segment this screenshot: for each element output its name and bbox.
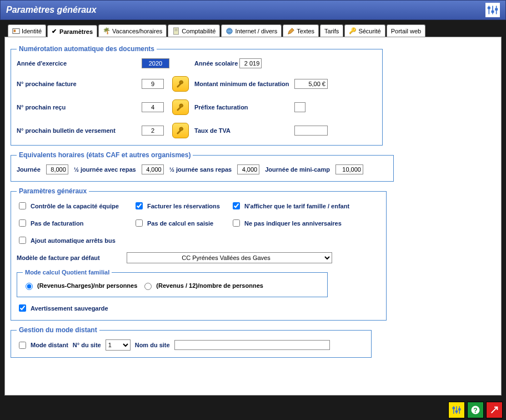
- globe-icon: [226, 27, 233, 35]
- journee-label: Journée: [17, 166, 41, 173]
- fieldset-distant: Gestion du mode distant Mode distant N° …: [11, 326, 372, 358]
- tva-label: Taux de TVA: [194, 127, 294, 134]
- svg-rect-5: [495, 9, 497, 11]
- modele-facture-label: Modèle de facture par défaut: [17, 254, 122, 261]
- svg-rect-4: [492, 11, 493, 13]
- radio-qf-2[interactable]: (Revenus / 12)/nombre de personnes: [142, 281, 263, 290]
- check-pas-anniv[interactable]: Ne pas indiquer les anniversaires: [231, 218, 380, 228]
- annee-scolaire-label: Année scolaire: [194, 58, 294, 68]
- svg-rect-17: [459, 409, 460, 410]
- demi-repas-input[interactable]: [142, 164, 164, 174]
- key-button-bulletin[interactable]: [172, 123, 189, 138]
- main-panel: Numérotation automatique des documents A…: [4, 37, 502, 396]
- tab-vacances[interactable]: 🌴 Vacances/horaires: [98, 24, 167, 37]
- check-controle-capacite[interactable]: Contrôle de la capacité équipe: [17, 201, 133, 211]
- montant-min-input[interactable]: [294, 79, 328, 89]
- journee-input[interactable]: [46, 164, 68, 174]
- demi-repas-label: ½ journée avec repas: [74, 166, 136, 173]
- minicamp-input[interactable]: [335, 164, 363, 174]
- svg-text:?: ?: [473, 407, 477, 414]
- tab-internet[interactable]: Internet / divers: [221, 24, 282, 37]
- nom-site-input[interactable]: [174, 340, 330, 350]
- svg-point-11: [227, 28, 233, 34]
- annee-exercice-label: Année d'exercice: [17, 60, 142, 67]
- tab-comptabilite[interactable]: Comptabilité: [168, 24, 220, 37]
- fieldset-qf: Mode calcul Quotient familial (Revenus-C…: [17, 269, 328, 297]
- id-card-icon: [12, 27, 20, 35]
- svg-rect-16: [456, 411, 458, 412]
- tab-portail[interactable]: Portail web: [387, 24, 425, 37]
- annee-exercice-input[interactable]: [142, 58, 169, 68]
- pencil-icon: [287, 27, 295, 35]
- annee-scolaire-input[interactable]: [239, 58, 262, 68]
- montant-min-label: Montant minimum de facturation: [194, 81, 294, 87]
- prochain-bulletin-input[interactable]: [142, 126, 164, 136]
- tab-identite[interactable]: Identité: [8, 24, 46, 37]
- prochain-bulletin-label: N° prochain bulletin de versement: [17, 127, 142, 134]
- arrow-out-icon: [490, 406, 499, 414]
- prefixe-label: Préfixe facturation: [194, 104, 294, 111]
- tab-securite[interactable]: 🔑 Sécurité: [344, 24, 385, 37]
- sliders-icon: [452, 405, 462, 415]
- svg-rect-3: [488, 7, 490, 9]
- svg-rect-7: [14, 29, 16, 32]
- check-pas-calcul[interactable]: Pas de calcul en saisie: [133, 218, 231, 228]
- prefixe-input[interactable]: [294, 102, 305, 112]
- check-pas-facturation[interactable]: Pas de facturation: [17, 218, 133, 228]
- tab-textes[interactable]: Textes: [283, 24, 319, 37]
- prochain-recu-label: N° prochain reçu: [17, 104, 142, 111]
- footer-button-sliders[interactable]: [448, 402, 465, 418]
- tab-bar: Identité ✔ Paramètres 🌴 Vacances/horaire…: [4, 24, 502, 37]
- fieldset-equivalents: Equivalents horaires (états CAF et autre…: [11, 151, 394, 182]
- legend-numerotation: Numérotation automatique des documents: [17, 45, 157, 53]
- fieldset-numerotation: Numérotation automatique des documents A…: [11, 45, 383, 146]
- settings-sliders-icon[interactable]: [485, 3, 500, 17]
- prochaine-facture-input[interactable]: [142, 79, 164, 89]
- palm-tree-icon: 🌴: [103, 27, 111, 34]
- svg-rect-8: [174, 27, 179, 34]
- check-icon: ✔: [52, 28, 57, 35]
- fieldset-parametres: Paramètres généraux Contrôle de la capac…: [11, 187, 387, 321]
- footer-button-exit[interactable]: [486, 402, 503, 418]
- svg-rect-15: [453, 408, 454, 409]
- tva-input[interactable]: [294, 126, 328, 136]
- radio-qf-1[interactable]: (Revenus-Charges)/nbr personnes: [23, 281, 137, 290]
- tab-tarifs[interactable]: Tarifs: [320, 24, 343, 37]
- window-title: Paramètres généraux: [6, 5, 97, 15]
- key-button-recu[interactable]: [172, 99, 189, 115]
- prochaine-facture-label: N° prochaine facture: [17, 81, 142, 87]
- num-site-select[interactable]: 1: [106, 339, 131, 351]
- legend-parametres: Paramètres généraux: [17, 187, 89, 195]
- prochain-recu-input[interactable]: [142, 102, 164, 112]
- titlebar: Paramètres généraux: [0, 0, 506, 20]
- key-button-facture[interactable]: [172, 76, 189, 92]
- help-icon: ?: [470, 405, 480, 415]
- ledger-icon: [172, 27, 180, 35]
- check-afficher-tarif[interactable]: N'afficher que le tarif famille / enfant: [231, 201, 380, 211]
- key-icon: 🔑: [349, 27, 357, 34]
- footer-button-help[interactable]: ?: [467, 402, 484, 418]
- footer-bar: ?: [0, 400, 506, 420]
- num-site-label: N° du site: [73, 342, 101, 348]
- check-avertissement[interactable]: Avertissement sauvegarde: [17, 303, 108, 313]
- legend-distant: Gestion du mode distant: [17, 326, 99, 334]
- tab-parametres[interactable]: ✔ Paramètres: [47, 25, 97, 37]
- demi-sans-repas-label: ½ journée sans repas: [169, 166, 232, 173]
- check-ajout-bus[interactable]: Ajout automatique arrêts bus: [17, 235, 133, 246]
- legend-qf: Mode calcul Quotient familial: [23, 269, 112, 276]
- modele-facture-select[interactable]: CC Pyrénées Vallées des Gaves: [127, 252, 332, 263]
- check-mode-distant[interactable]: Mode distant: [17, 340, 68, 351]
- demi-sans-repas-input[interactable]: [237, 164, 259, 174]
- check-facturer-reservations[interactable]: Facturer les réservations: [133, 201, 231, 211]
- minicamp-label: Journée de mini-camp: [265, 166, 330, 173]
- legend-equivalents: Equivalents horaires (états CAF et autre…: [17, 151, 193, 159]
- nom-site-label: Nom du site: [135, 342, 170, 348]
